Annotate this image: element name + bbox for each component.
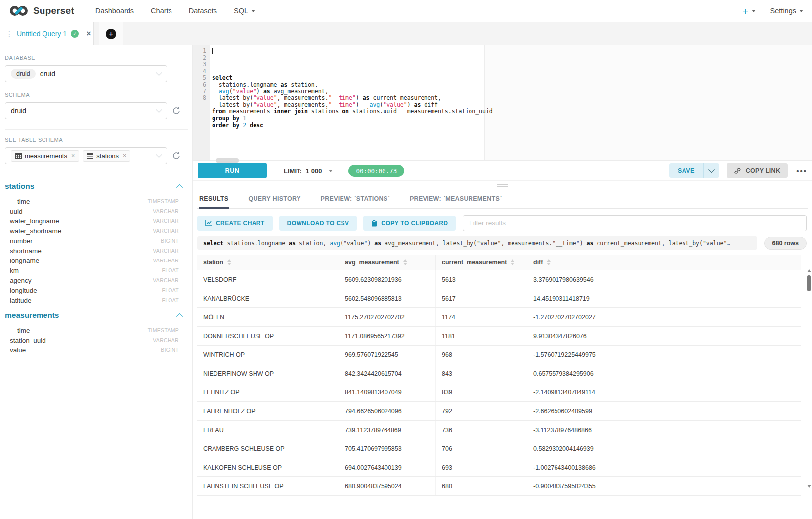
sql-code-area[interactable]: select stations.longname as station, avg… [210,45,812,160]
sqllab-sidebar: DATABASE druid druid SCHEMA druid SEE TA… [0,45,193,519]
chevron-up-icon[interactable] [176,313,183,320]
schema-table-header[interactable]: measurements [5,311,182,320]
column-header-current_measurement[interactable]: current_measurement [436,255,527,270]
table-chip-measurements[interactable]: measurements× [11,150,79,162]
sort-icon[interactable] [403,260,407,265]
limit-dropdown[interactable]: LIMIT: 1 000 [284,167,333,174]
results-tab-preview-measurements[interactable]: PREVIEW: `MEASUREMENTS` [409,190,503,208]
chevron-up-icon[interactable] [176,184,183,191]
column-row[interactable]: kmFLOAT [5,265,179,275]
sort-icon[interactable] [547,260,551,265]
settings-menu[interactable]: Settings [770,7,803,15]
results-scrollbar[interactable] [806,269,812,488]
column-row[interactable]: agencyVARCHAR [5,275,179,285]
column-header-avg_measurement[interactable]: avg_measurement [339,255,436,270]
table-cell: 736 [436,421,527,439]
column-row[interactable]: water_longnameVARCHAR [5,216,179,226]
schema-table-header[interactable]: stations [5,182,182,191]
results-tab-preview-stations[interactable]: PREVIEW: `STATIONS` [320,190,390,208]
superset-brand[interactable]: Superset [9,5,74,17]
column-row[interactable]: shortnameVARCHAR [5,246,179,256]
nav-item-charts[interactable]: Charts [151,7,172,15]
column-row[interactable]: valueBIGINT [5,345,179,355]
copy-to-clipboard-button[interactable]: COPY TO CLIPBOARD [363,216,456,231]
table-row[interactable]: LAHNSTEIN SCHLEUSE OP680.900483759502468… [197,477,801,496]
editor-resize-handle[interactable] [216,158,239,163]
filter-results-input[interactable] [463,215,807,231]
column-row[interactable]: latitudeFLOAT [5,295,179,305]
table-row[interactable]: ERLAU739.1123789764869736-3.112378976486… [197,421,801,439]
nav-item-sql[interactable]: SQL [234,7,255,15]
remove-chip-icon[interactable]: × [71,152,75,159]
table-row[interactable]: VELSDORF5609.62309820193656133.376901798… [197,270,801,289]
pane-splitter[interactable] [193,181,812,190]
database-select[interactable]: druid druid [5,65,167,82]
results-tab-query-history[interactable]: QUERY HISTORY [248,190,301,208]
table-row[interactable]: MÖLLN1175.27027027027021174-1.2702702702… [197,308,801,327]
column-type: VARCHAR [153,258,179,263]
column-row[interactable]: water_shortnameVARCHAR [5,226,179,236]
code-token: as [587,240,594,247]
refresh-schema-button[interactable] [172,106,181,115]
drag-handle-icon[interactable]: ⋮ [6,30,12,38]
table-row[interactable]: NIEDERFINOW SHW OP842.34244206157048430.… [197,364,801,383]
save-options-button[interactable] [704,169,719,173]
nav-item-datasets[interactable]: Datasets [189,7,217,15]
column-row[interactable]: station_uuidVARCHAR [5,335,179,345]
results-table-header: stationavg_measurementcurrent_measuremen… [197,255,801,270]
save-button[interactable]: SAVE [669,167,703,174]
table-row[interactable]: KANALBRÜCKE5602.548096885813561714.45190… [197,289,801,308]
code-line: select [212,75,812,82]
splitter-grip-icon [497,184,508,187]
copy-link-button[interactable]: COPY LINK [727,163,788,178]
column-type: FLOAT [162,287,179,293]
more-actions-button[interactable]: ••• [796,167,807,175]
code-token: stations.uuid = measurements.station_uui… [349,108,493,115]
download-to-csv-button[interactable]: DOWNLOAD TO CSV [279,216,357,231]
sort-icon[interactable] [511,260,514,265]
table-row[interactable]: KALKOFEN SCHLEUSE OP694.0027643400139693… [197,458,801,477]
column-row[interactable]: numberBIGINT [5,236,179,246]
table-cell: -2.662650602409599 [527,402,801,420]
column-row[interactable]: __timeTIMESTAMP [5,325,179,335]
table-row[interactable]: LEHNITZ OP841.1409813407049839-2.1409813… [197,383,801,402]
table-row[interactable]: CRAMBERG SCHLEUSE OP705.4170697995853706… [197,439,801,458]
table-chip-stations[interactable]: stations× [83,150,130,162]
chevron-down-icon [799,10,803,12]
sql-editor[interactable]: 12345678 select stations.longname as sta… [193,45,812,161]
table-row[interactable]: FAHRENHOLZ OP794.6626506024096792-2.6626… [197,402,801,421]
column-row[interactable]: longitudeFLOAT [5,285,179,295]
table-cell: DONNERSCHLEUSE OP [197,327,339,345]
line-number: 7 [193,88,206,95]
table-cell: 1174 [436,308,527,326]
table-row[interactable]: DONNERSCHLEUSE OP1171.086956521739211819… [197,327,801,346]
plus-icon: + [742,6,748,16]
scroll-down-icon[interactable] [807,485,811,488]
run-button[interactable]: RUN [198,163,267,178]
save-button-group: SAVE [669,163,719,178]
column-row[interactable]: uuidVARCHAR [5,206,179,216]
scroll-up-icon[interactable] [807,269,811,272]
column-row[interactable]: longnameVARCHAR [5,256,179,265]
column-name: __time [10,327,30,334]
create-chart-button[interactable]: CREATE CHART [197,216,273,231]
column-row[interactable]: __timeTIMESTAMP [5,196,179,206]
new-item-button[interactable]: + [742,6,755,16]
column-header-station[interactable]: station [197,255,339,270]
table-row[interactable]: WINTRICH OP969.576071922545968-1.5760719… [197,346,801,364]
scrollbar-thumb[interactable] [807,275,811,291]
add-tab-button[interactable]: + [99,22,123,45]
code-token: as [363,94,370,101]
table-cell: 1181 [436,327,527,345]
schema-select[interactable]: druid [5,102,167,119]
table-schema-select[interactable]: measurements×stations× [5,147,167,164]
close-tab-icon[interactable]: × [86,30,91,38]
column-header-diff[interactable]: diff [527,255,801,270]
remove-chip-icon[interactable]: × [123,152,126,159]
sort-icon[interactable] [227,260,231,265]
refresh-tables-button[interactable] [172,151,181,160]
chart-icon [205,220,212,226]
tab-untitled-query[interactable]: ⋮ Untitled Query 1 ✓ × [0,22,94,45]
nav-item-dashboards[interactable]: Dashboards [95,7,134,15]
results-tab-results[interactable]: RESULTS [199,190,229,208]
